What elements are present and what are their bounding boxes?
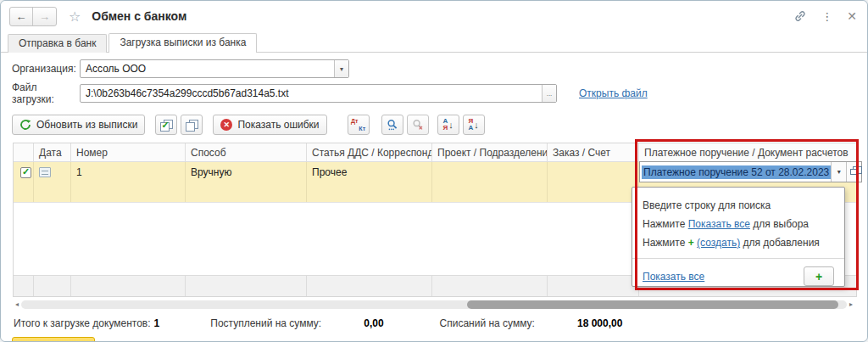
load-file-input[interactable]: J:\0b263b46c7354a299cccd5b67ad314a5.txt … <box>80 84 557 103</box>
column-dds-article[interactable]: Статья ДДС / Корреспонде... <box>307 143 432 161</box>
table-toolbar: Обновить из выписки ✓ ✕ Показать ошибки … <box>1 109 867 141</box>
document-icon[interactable] <box>39 167 51 177</box>
payment-doc-field[interactable]: Платежное поручение 52 от 28.02.2023 ▾ <box>639 161 862 182</box>
column-checkbox[interactable] <box>14 143 34 161</box>
scrollbar-track[interactable] <box>21 300 847 309</box>
show-all-inline-link[interactable]: Показать все <box>688 218 750 230</box>
payment-doc-dropdown-popup: Введите строку для поиска Нажмите Показа… <box>632 187 845 287</box>
payment-doc-dropdown-button[interactable]: ▾ <box>831 162 846 182</box>
tab-bar: Отправка в банк Загрузка выписки из банк… <box>1 31 867 53</box>
table-header-row: Дата Номер Способ Статья ДДС / Корреспон… <box>14 143 856 162</box>
error-icon: ✕ <box>220 119 232 131</box>
close-icon[interactable]: ✕ <box>847 9 857 23</box>
load-file-label: Файл загрузки: <box>12 81 80 105</box>
scroll-left-arrow-icon[interactable]: ◂ <box>13 300 21 308</box>
column-method[interactable]: Способ <box>186 143 307 161</box>
deselect-all-button[interactable] <box>181 115 203 135</box>
create-new-button[interactable]: + <box>804 266 834 286</box>
organization-label: Организация: <box>12 63 80 75</box>
payment-doc-open-button[interactable] <box>846 162 861 182</box>
plus-icon: + <box>688 237 694 249</box>
organization-dropdown-button[interactable]: ▾ <box>334 60 348 77</box>
row-date-cell[interactable] <box>34 162 71 202</box>
row-dds-article-cell[interactable]: Прочее <box>307 162 432 202</box>
search-button[interactable] <box>381 115 403 135</box>
debit-credit-icon: ДтКт <box>351 118 365 132</box>
tab-load-statement[interactable]: Загрузка выписки из банка <box>108 33 257 53</box>
outcome-value: 18 000,00 <box>577 317 622 329</box>
sort-ascending-icon: АЯ ↓ <box>442 118 453 132</box>
row-method-cell[interactable]: Вручную <box>186 162 307 202</box>
refresh-from-statement-button[interactable]: Обновить из выписки <box>12 115 145 135</box>
open-file-link[interactable]: Открыть файл <box>579 87 648 99</box>
open-document-icon <box>850 169 858 175</box>
row-project-cell[interactable] <box>432 162 548 202</box>
column-order[interactable]: Заказ / Счет <box>548 143 639 161</box>
sort-descending-icon: ЯА ↓ <box>468 118 478 132</box>
load-file-value: J:\0b263b46c7354a299cccd5b67ad314a5.txt <box>81 85 542 102</box>
hint-search: Введите строку для поиска <box>643 196 834 215</box>
select-all-icon: ✓ <box>160 120 172 131</box>
column-project[interactable]: Проект / Подразделение <box>432 143 548 161</box>
action-bar: Загрузить Отчет о загрузке <box>1 329 867 342</box>
column-date[interactable]: Дата <box>34 143 71 161</box>
show-all-link[interactable]: Показать все <box>643 271 704 283</box>
load-button[interactable]: Загрузить <box>12 337 95 342</box>
history-nav-group: ← → <box>9 7 57 26</box>
refresh-icon <box>19 119 31 131</box>
hint-create: Нажмите + (создать) для добавления <box>643 233 834 252</box>
row-checkbox-cell: ✓ <box>14 162 34 202</box>
row-order-cell[interactable] <box>548 162 639 202</box>
sort-descending-button[interactable]: ЯА ↓ <box>463 115 485 135</box>
column-payment-doc[interactable]: Платежное поручение / Документ расчетов <box>639 143 856 161</box>
scroll-right-arrow-icon[interactable]: ▸ <box>847 300 855 308</box>
income-value: 0,00 <box>364 317 383 329</box>
scrollbar-thumb[interactable] <box>467 300 838 309</box>
select-all-button[interactable]: ✓ <box>155 115 177 135</box>
payment-doc-selected-text: Платежное поручение 52 от 28.02.2023 <box>642 165 831 179</box>
column-number[interactable]: Номер <box>71 143 186 161</box>
page-title: Обмен с банком <box>92 9 186 23</box>
organization-value: Ассоль ООО <box>81 60 334 77</box>
titlebar: ← → ☆ Обмен с банком ⋮ ✕ <box>1 1 867 31</box>
favorite-star-icon[interactable]: ☆ <box>69 8 81 25</box>
income-label: Поступлений на сумму: <box>210 317 321 329</box>
search-icon <box>387 119 398 131</box>
show-errors-button[interactable]: ✕ Показать ошибки <box>213 115 326 135</box>
hint-select: Нажмите Показать все для выбора <box>643 215 834 233</box>
total-docs-label: Итого к загрузке документов: <box>14 317 151 329</box>
tab-send-to-bank[interactable]: Отправка в банк <box>8 34 107 53</box>
statement-table: Дата Номер Способ Статья ДДС / Корреспон… <box>13 143 857 297</box>
totals-bar: Итого к загрузке документов:1Поступлений… <box>1 309 867 329</box>
copy-link-icon[interactable] <box>793 9 807 23</box>
more-menu-icon[interactable]: ⋮ <box>821 10 832 23</box>
forward-button[interactable]: → <box>33 8 56 25</box>
popup-divider <box>632 258 844 259</box>
total-docs-value: 1 <box>154 317 160 329</box>
organization-combobox[interactable]: Ассоль ООО ▾ <box>80 59 349 78</box>
back-button[interactable]: ← <box>10 8 33 25</box>
horizontal-scrollbar[interactable]: ◂ ▸ <box>13 300 855 309</box>
cancel-search-button[interactable] <box>407 115 429 135</box>
deselect-all-icon <box>186 120 198 131</box>
bank-exchange-window: ← → ☆ Обмен с банком ⋮ ✕ Отправка в банк… <box>0 0 868 342</box>
debit-credit-button[interactable]: ДтКт <box>348 115 370 135</box>
cancel-search-icon <box>412 119 424 131</box>
sort-ascending-button[interactable]: АЯ ↓ <box>437 115 459 135</box>
form-area: Организация: Ассоль ООО ▾ Файл загрузки:… <box>1 53 867 105</box>
outcome-label: Списаний на сумму: <box>440 317 535 329</box>
row-number-cell[interactable]: 1 <box>71 162 186 202</box>
browse-file-button[interactable]: ... <box>542 85 556 102</box>
create-inline-link[interactable]: (создать) <box>697 237 740 249</box>
row-checkbox[interactable]: ✓ <box>20 167 31 178</box>
